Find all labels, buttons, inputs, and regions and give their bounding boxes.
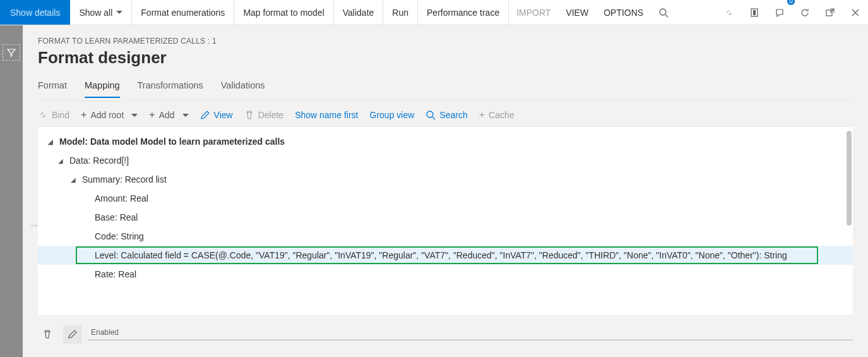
add-button[interactable]: + Add (149, 110, 188, 120)
office-icon (749, 8, 759, 18)
caret-icon: ◢ (47, 138, 54, 145)
tab-validations[interactable]: Validations (221, 76, 265, 98)
messages-button[interactable]: 0 (767, 0, 792, 25)
funnel-icon (6, 47, 16, 57)
search-icon (658, 8, 669, 18)
caret-icon: ◢ (57, 157, 64, 164)
cache-button[interactable]: + Cache (479, 110, 514, 120)
run-button[interactable]: Run (383, 0, 418, 25)
content-area: FORMAT TO LEARN PARAMETERIZED CALLS : 1 … (23, 25, 868, 357)
close-button[interactable] (843, 0, 868, 25)
cache-label: Cache (489, 110, 514, 120)
breadcrumb: FORMAT TO LEARN PARAMETERIZED CALLS : 1 (38, 37, 853, 45)
add-label: Add (159, 110, 175, 120)
search-icon (425, 110, 436, 120)
tree-node-base[interactable]: Base: Real (38, 208, 853, 227)
refresh-icon (800, 8, 810, 18)
bind-label: Bind (52, 110, 69, 120)
command-bar: Show details Show all Format enumeration… (0, 0, 868, 25)
caret-placeholder (82, 214, 90, 221)
group-view-button[interactable]: Group view (370, 110, 415, 120)
show-name-first-button[interactable]: Show name first (295, 110, 358, 120)
pencil-icon (200, 110, 210, 120)
caret-icon: ◢ (69, 176, 77, 183)
delete-label: Delete (258, 110, 283, 120)
search-label: Search (439, 110, 467, 120)
tab-transformations[interactable]: Transformations (138, 76, 203, 98)
search-command-button[interactable] (651, 0, 676, 25)
caret-placeholder (82, 270, 90, 278)
format-enumerations-button[interactable]: Format enumerations (132, 0, 234, 25)
filter-rail-button[interactable] (3, 44, 20, 61)
performance-trace-button[interactable]: Performance trace (418, 0, 509, 25)
map-format-to-model-button[interactable]: Map format to model (234, 0, 333, 25)
caret-placeholder (82, 195, 90, 202)
page-title: Format designer (38, 48, 853, 68)
left-rail (0, 25, 23, 357)
attach-button[interactable] (716, 0, 742, 25)
tree-node-code[interactable]: Code: String (38, 227, 853, 246)
office-button[interactable] (742, 0, 767, 25)
show-all-button[interactable]: Show all (70, 0, 132, 25)
bind-button[interactable]: Bind (38, 110, 69, 120)
close-icon (850, 8, 860, 18)
svg-line-8 (432, 117, 435, 119)
svg-rect-4 (826, 10, 832, 16)
tree-node-level[interactable]: Level: Calculated field = CASE(@.Code, "… (38, 246, 853, 265)
caret-placeholder (82, 251, 90, 259)
popout-button[interactable] (817, 0, 843, 25)
link-icon (38, 110, 48, 120)
view-button[interactable]: View (200, 110, 233, 120)
delete-formula-button[interactable] (38, 325, 57, 344)
show-details-button[interactable]: Show details (0, 0, 70, 25)
tree-node-rate[interactable]: Rate: Real (38, 265, 853, 284)
svg-line-1 (665, 15, 668, 17)
tree-node-data[interactable]: ◢ Data: Record[!] (38, 151, 853, 170)
scrollbar-thumb[interactable] (847, 131, 852, 226)
search-button[interactable]: Search (425, 110, 467, 120)
link-icon (724, 8, 734, 18)
mapping-toolbar: Bind + Add root + Add View Delete Show n… (38, 100, 853, 126)
refresh-button[interactable] (792, 0, 817, 25)
tree-node-model[interactable]: ◢ Model: Data model Model to learn param… (38, 132, 853, 151)
import-button[interactable]: IMPORT (509, 0, 558, 25)
add-root-button[interactable]: + Add root (81, 110, 138, 120)
tree-node-summary[interactable]: ◢ Summary: Record list (38, 170, 853, 189)
trash-icon (42, 329, 52, 339)
tree-node-amount[interactable]: Amount: Real (38, 189, 853, 208)
svg-point-0 (660, 9, 666, 15)
svg-point-7 (427, 111, 433, 118)
pencil-icon (68, 329, 78, 339)
view-label: View (214, 110, 233, 120)
trash-icon (244, 110, 254, 120)
tab-mapping[interactable]: Mapping (85, 76, 120, 98)
edit-formula-button[interactable] (63, 325, 82, 344)
tab-format[interactable]: Format (38, 76, 67, 98)
view-menu-button[interactable]: VIEW (558, 0, 596, 25)
add-root-label: Add root (90, 110, 124, 120)
options-menu-button[interactable]: OPTIONS (596, 0, 651, 25)
enabled-input[interactable] (88, 339, 853, 341)
validate-button[interactable]: Validate (334, 0, 384, 25)
bottom-pane: Enabled (38, 316, 853, 344)
tabs: Format Mapping Transformations Validatio… (38, 76, 853, 98)
delete-button[interactable]: Delete (244, 110, 283, 120)
caret-placeholder (82, 233, 90, 240)
messages-icon (775, 8, 785, 18)
popout-icon (825, 8, 835, 18)
tree: ◢ Model: Data model Model to learn param… (38, 126, 853, 316)
svg-rect-3 (753, 10, 756, 15)
enabled-label: Enabled (91, 328, 853, 337)
